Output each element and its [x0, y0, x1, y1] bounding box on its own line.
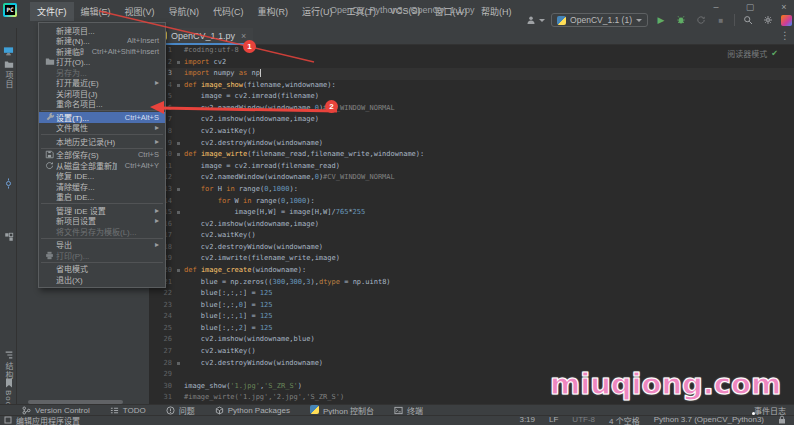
stripe-tool-button[interactable]	[0, 232, 17, 242]
event-log-label: 事件日志	[754, 405, 786, 416]
code-line[interactable]: 27 cv2.waitKey()	[149, 346, 794, 358]
menu-item[interactable]: 导出▸	[39, 240, 165, 251]
code-line[interactable]: 30image_show('1.jpg','S_ZR_S')	[149, 381, 794, 393]
run-with-coverage-button[interactable]	[694, 13, 708, 27]
event-log-button[interactable]: 事件日志	[750, 405, 786, 416]
tool-window-button[interactable]: Python Packages	[215, 405, 290, 416]
code-line[interactable]: 7 cv2.imshow(windowname,image)	[149, 114, 794, 126]
menu-item[interactable]: 重启 IDE...	[39, 192, 165, 203]
code-line[interactable]: 26 cv2.imshow(windowname,blue)	[149, 334, 794, 346]
menubar-item[interactable]: 重构(R)	[251, 2, 296, 21]
menu-item[interactable]: 修复 IDE...	[39, 171, 165, 182]
code-token: '1.jpg'	[230, 382, 260, 390]
tool-window-button[interactable]: Version Control	[22, 405, 90, 416]
menu-item[interactable]: 文件属性▸	[39, 123, 165, 134]
menu-item[interactable]: 关闭项目(J)	[39, 88, 165, 99]
code-line[interactable]: 2import cv2	[149, 57, 794, 69]
debug-button[interactable]	[674, 13, 688, 27]
tab-opencv-file[interactable]: OpenCV_1.1.py ×	[151, 28, 253, 45]
tool-window-toggle-icon[interactable]	[4, 416, 12, 425]
maximize-button[interactable]: ▢	[744, 2, 756, 12]
code-line[interactable]: 6 cv2.namedWindow(windowname,0)#CV_WINDO…	[149, 103, 794, 115]
menu-item[interactable]: 打开最近(E)▸	[39, 78, 165, 89]
code-line[interactable]: 15 image[H,W] = image[H,W]/765*255	[149, 207, 794, 219]
stop-button[interactable]: ■	[714, 13, 728, 27]
menubar-item[interactable]: 文件(F)	[30, 2, 74, 21]
plugin-icon[interactable]	[781, 15, 792, 26]
code-line[interactable]: 23 blue[:,:,0] = 125	[149, 300, 794, 312]
status-item[interactable]: 4 个空格	[609, 415, 640, 425]
minimize-button[interactable]: –	[710, 2, 722, 12]
stripe-tool-button[interactable]: 项目	[0, 60, 17, 89]
code-token	[184, 197, 218, 205]
menu-item[interactable]: 管理 IDE 设置▸	[39, 205, 165, 216]
code-line[interactable]: 29	[149, 369, 794, 381]
gutter-space	[175, 311, 184, 323]
search-everywhere-icon[interactable]	[741, 13, 755, 27]
stripe-tool-button[interactable]	[0, 178, 17, 189]
code-line[interactable]: 24 blue[:,:,1] = 125	[149, 311, 794, 323]
code-line[interactable]: 8 cv2.waitKey()	[149, 126, 794, 138]
code-line[interactable]: 17 cv2.waitKey()	[149, 230, 794, 242]
code-token: image[H,W] = image[H,W]/	[184, 208, 336, 216]
status-item[interactable]: UTF-8	[572, 415, 595, 425]
code-view[interactable]: 1#coding:utf-82import cv23import numpy a…	[149, 45, 794, 404]
tab-close-icon[interactable]: ×	[241, 31, 246, 41]
menu-item[interactable]: 从磁盘全部重新加载Ctrl+Alt+Y	[39, 160, 165, 171]
code-line[interactable]: 25 blue[:,:,2] = 125	[149, 323, 794, 335]
status-item[interactable]: 3:19	[519, 415, 535, 425]
menubar-item[interactable]: 编辑(E)	[74, 2, 118, 21]
code-token: 765	[336, 208, 349, 216]
code-line[interactable]: 18 cv2.destroyWindow(windowname)	[149, 242, 794, 254]
status-item[interactable]: LF	[549, 415, 558, 425]
menu-item[interactable]: 重命名项目...	[39, 99, 165, 110]
menu-item[interactable]: 退出(X)	[39, 274, 165, 285]
menu-item[interactable]: 本地历史记录(H)▸	[39, 136, 165, 147]
settings-gear-icon[interactable]	[761, 13, 775, 27]
code-line[interactable]: 16 cv2.imshow(windowname,image)	[149, 219, 794, 231]
code-text: cv2.waitKey()	[184, 346, 256, 358]
menu-item[interactable]: 新建(N)...Alt+Insert	[39, 36, 165, 47]
code-line[interactable]: 20def image_create(windowname):	[149, 265, 794, 277]
code-line[interactable]: 13 for H in range(0,1000):	[149, 184, 794, 196]
run-button[interactable]: ▶	[654, 13, 668, 27]
menu-item[interactable]: 新建临时文件Ctrl+Alt+Shift+Insert	[39, 46, 165, 57]
code-line[interactable]: 28 cv2.destroyWindow(windowname)	[149, 358, 794, 370]
code-line[interactable]: 3import numpy as np	[149, 68, 794, 80]
run-configuration-select[interactable]: OpenCV_1.1 (1)	[551, 13, 648, 27]
code-line[interactable]: 11 image = cv2.imread(filename_read)	[149, 161, 794, 173]
code-line[interactable]: 12 cv2.namedWindow(windowname,0)#CV_WIND…	[149, 172, 794, 184]
menu-item[interactable]: 全部保存(S)Ctrl+S	[39, 150, 165, 161]
code-line[interactable]: 19 cv2.imwrite(filename_write,image)	[149, 253, 794, 265]
menubar-item[interactable]: 导航(N)	[162, 2, 207, 21]
menu-item[interactable]: 省电模式	[39, 264, 165, 275]
code-line[interactable]: 22 blue[:,:,:] = 125	[149, 288, 794, 300]
menu-item[interactable]: 新建项目...	[39, 25, 165, 36]
tool-window-button[interactable]: Python 控制台	[310, 405, 374, 416]
code-line[interactable]: 21 blue = np.zeros((300,300,3),dtype = n…	[149, 277, 794, 289]
user-menu-button[interactable]	[524, 13, 545, 27]
menubar-item[interactable]: 帮助(H)	[474, 2, 519, 21]
code-line[interactable]: 9 cv2.destroyWindow(windowname)	[149, 138, 794, 150]
menu-item-label: 设置(T)...	[56, 112, 117, 123]
stripe-tool-button[interactable]: 结构	[0, 350, 17, 380]
menu-item[interactable]: 新项目设置▸	[39, 216, 165, 227]
lock-icon[interactable]	[778, 415, 786, 425]
code-line[interactable]: 14 for W in range(0,1000):	[149, 196, 794, 208]
tool-window-button[interactable]: 终端	[394, 405, 423, 416]
status-item[interactable]: Python 3.7 (OpenCV_Python3)	[654, 415, 764, 425]
menubar-item[interactable]: 视图(V)	[118, 2, 162, 21]
tool-window-button[interactable]: 问题	[166, 405, 195, 416]
code-line[interactable]: 4def image_show(filename,windowname):	[149, 80, 794, 92]
code-line[interactable]: 5 image = cv2.imread(filename)	[149, 91, 794, 103]
menu-item[interactable]: 打开(O)...	[39, 57, 165, 68]
close-button[interactable]: ×	[778, 2, 790, 12]
more-options-icon[interactable]: ⋮	[780, 30, 790, 41]
stripe-tool-button[interactable]	[0, 46, 17, 56]
menubar-item[interactable]: 代码(C)	[206, 2, 251, 21]
code-line[interactable]: 10def image_wirte(filename_read,filename…	[149, 149, 794, 161]
tool-window-button[interactable]: TODO	[110, 405, 146, 416]
menu-item[interactable]: 设置(T)...Ctrl+Alt+S	[39, 112, 165, 123]
menu-item[interactable]: 清除缓存...	[39, 181, 165, 192]
code-line[interactable]: 31#image_wirte('1.jpg','2.jpg','S_ZR_S')	[149, 392, 794, 404]
